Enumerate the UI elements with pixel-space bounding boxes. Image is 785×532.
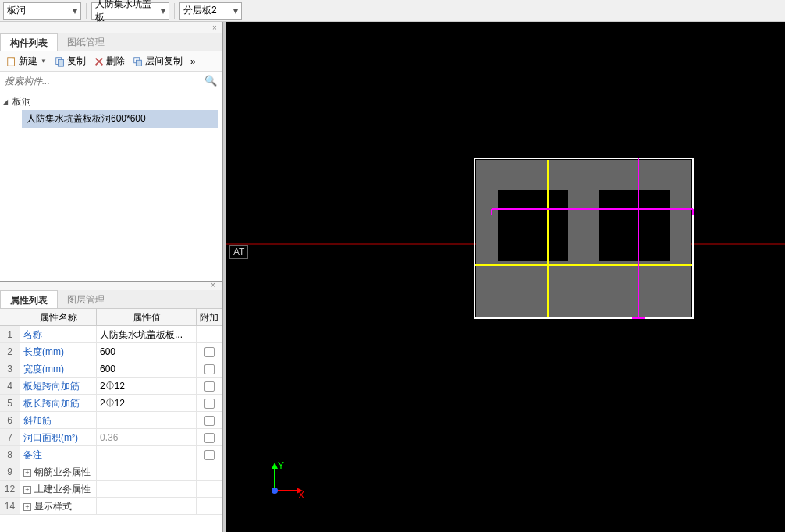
row-value[interactable]: 600	[97, 343, 197, 360]
property-row[interactable]: 14+显示样式	[0, 498, 222, 515]
slab-object[interactable]	[474, 158, 693, 318]
drawing-canvas[interactable]	[226, 22, 785, 532]
expand-icon[interactable]: +	[23, 486, 31, 494]
svg-point-20	[272, 488, 278, 494]
property-row[interactable]: 1名称人防集水坑盖板板...	[0, 326, 222, 343]
row-value[interactable]	[97, 498, 197, 514]
expand-icon[interactable]: +	[23, 503, 31, 511]
row-extra	[197, 429, 222, 445]
row-value[interactable]: 人防集水坑盖板板...	[97, 326, 197, 342]
header-value: 属性值	[97, 309, 197, 325]
row-value[interactable]	[97, 446, 197, 463]
row-value[interactable]: 2⏀12	[97, 395, 197, 411]
extra-checkbox[interactable]	[204, 450, 215, 460]
extra-checkbox[interactable]	[204, 399, 215, 409]
close-icon[interactable]: ×	[208, 281, 218, 292]
row-name: 长度(mm)	[20, 343, 97, 360]
layer-copy-label: 层间复制	[145, 55, 183, 68]
property-row[interactable]: 12+土建业务属性	[0, 481, 222, 498]
row-name-text: 名称	[23, 329, 42, 340]
layer-copy-icon	[133, 56, 144, 67]
row-name-text: 洞口面积(m²)	[23, 432, 78, 443]
property-row[interactable]: 5板长跨向加筋2⏀12	[0, 395, 222, 412]
close-icon[interactable]: ×	[209, 23, 220, 34]
layer-dropdown[interactable]: 分层板2 ▾	[179, 2, 242, 20]
row-extra	[197, 343, 222, 360]
row-value[interactable]: 600	[97, 360, 197, 377]
new-icon	[6, 56, 17, 67]
row-value[interactable]	[97, 412, 197, 428]
row-value[interactable]	[97, 481, 197, 497]
copy-button[interactable]: 复制	[52, 53, 89, 69]
row-num: 6	[0, 412, 20, 428]
row-extra	[197, 498, 222, 514]
subcategory-dropdown[interactable]: 人防集水坑盖板 ▾	[91, 2, 169, 20]
delete-button[interactable]: 删除	[91, 53, 128, 69]
header-name: 属性名称	[20, 309, 97, 325]
tab-drawings[interactable]: 图纸管理	[58, 33, 114, 51]
tab-properties[interactable]: 属性列表	[0, 290, 58, 308]
svg-rect-7	[498, 190, 568, 261]
divider	[86, 3, 87, 19]
property-row[interactable]: 2长度(mm)600	[0, 343, 222, 360]
tab-layers[interactable]: 图层管理	[58, 290, 114, 308]
row-num: 12	[0, 481, 20, 497]
property-tabs: 属性列表 图层管理	[0, 290, 222, 309]
axis-indicator: Y X	[267, 459, 306, 501]
new-button[interactable]: 新建 ▼	[3, 53, 50, 69]
row-name: +钢筋业务属性	[20, 463, 97, 480]
row-extra	[197, 395, 222, 411]
property-row[interactable]: 4板短跨向加筋2⏀12	[0, 378, 222, 395]
tree-caret-icon: ◢	[3, 98, 12, 105]
property-header: 属性名称 属性值 附加	[0, 309, 222, 326]
viewport[interactable]: AT	[226, 22, 785, 532]
extra-checkbox[interactable]	[204, 347, 215, 357]
svg-marker-17	[272, 463, 278, 469]
divider	[247, 3, 247, 19]
row-num: 9	[0, 463, 20, 480]
row-value[interactable]: 2⏀12	[97, 378, 197, 394]
property-row[interactable]: 6斜加筋	[0, 412, 222, 429]
new-label: 新建	[19, 55, 37, 68]
search-icon[interactable]: 🔍	[204, 75, 217, 87]
more-button[interactable]: »	[187, 55, 199, 69]
row-num: 2	[0, 343, 20, 360]
divider	[174, 3, 175, 19]
search-bar: 🔍	[0, 72, 222, 90]
property-row[interactable]: 3宽度(mm)600	[0, 360, 222, 378]
extra-checkbox[interactable]	[204, 416, 215, 426]
row-name-text: 长度(mm)	[23, 346, 64, 357]
tree-child-node[interactable]: 人防集水坑盖板板洞600*600	[22, 110, 218, 128]
row-value[interactable]: 0.36	[97, 429, 197, 445]
component-tabs: 构件列表 图纸管理	[0, 33, 222, 51]
delete-label: 删除	[106, 55, 125, 68]
at-marker: AT	[229, 245, 248, 259]
property-row[interactable]: 8备注	[0, 446, 222, 463]
row-extra	[197, 360, 222, 377]
chevron-down-icon: ▼	[41, 58, 47, 65]
property-row[interactable]: 7洞口面积(m²)0.36	[0, 429, 222, 446]
extra-checkbox[interactable]	[204, 433, 215, 443]
expand-icon[interactable]: +	[23, 469, 31, 477]
category-dropdown[interactable]: 板洞 ▾	[3, 2, 81, 20]
row-name: 板长跨向加筋	[20, 395, 97, 411]
copy-icon	[55, 56, 66, 67]
header-num	[0, 309, 20, 325]
row-value[interactable]	[97, 463, 197, 480]
tab-components[interactable]: 构件列表	[0, 33, 58, 51]
row-extra	[197, 412, 222, 428]
extra-checkbox[interactable]	[204, 381, 215, 392]
row-name: 斜加筋	[20, 412, 97, 428]
layer-copy-button[interactable]: 层间复制	[130, 53, 186, 69]
property-row[interactable]: 9+钢筋业务属性	[0, 463, 222, 481]
row-name-text: 显示样式	[34, 501, 72, 512]
search-input[interactable]	[5, 76, 204, 87]
tree-child-label: 人防集水坑盖板板洞600*600	[27, 113, 146, 124]
axis-y-label: Y	[278, 460, 284, 471]
row-name: 洞口面积(m²)	[20, 429, 97, 445]
row-name-text: 备注	[23, 449, 42, 460]
tree-root-node[interactable]: ◢ 板洞	[3, 94, 218, 110]
extra-checkbox[interactable]	[204, 364, 215, 374]
more-label: »	[190, 56, 196, 67]
component-panel: × 构件列表 图纸管理 新建 ▼ 复制 删除	[0, 22, 223, 281]
